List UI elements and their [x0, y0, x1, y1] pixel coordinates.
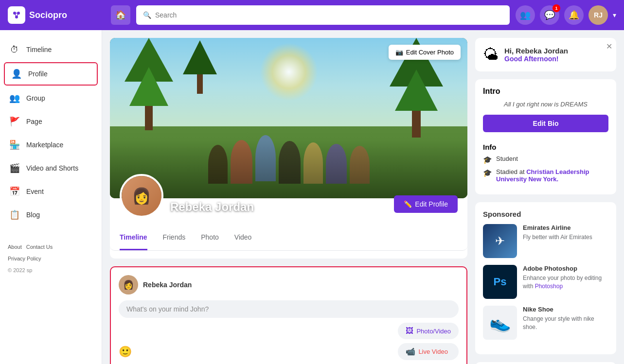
tab-timeline[interactable]: Timeline [120, 225, 147, 250]
content-area: 📷 Edit Cover Photo 👩 Rebeka Jordan ✏️ Ed… [102, 30, 624, 364]
search-input[interactable] [155, 11, 503, 19]
nike-info: Nike Shoe Change your style with nike sh… [523, 306, 608, 340]
sponsor-nike: 👟 Nike Shoe Change your style with nike … [483, 306, 608, 340]
sidebar-item-group[interactable]: 👥 Group [0, 87, 102, 110]
sidebar-item-profile[interactable]: 👤 Profile [4, 62, 98, 86]
tree-left [125, 38, 173, 130]
notification-button[interactable]: 🔔 [564, 5, 584, 25]
bell-icon: 🔔 [569, 10, 579, 20]
sun-glow [260, 43, 318, 101]
home-button[interactable]: 🏠 [111, 5, 130, 25]
edit-cover-button[interactable]: 📷 Edit Cover Photo [389, 45, 461, 60]
sponsored-card: Sponsored ✈ Emirates Airline Fly better … [475, 202, 616, 354]
greeting-close-button[interactable]: ✕ [606, 42, 612, 51]
sidebar-item-marketplace[interactable]: 🏪 Marketplace [0, 133, 102, 156]
university-icon: 🎓 [483, 169, 492, 177]
profile-icon: 👤 [10, 67, 23, 81]
tree-mid [183, 40, 217, 94]
nike-image: 👟 [483, 306, 517, 340]
profile-dropdown-button[interactable]: ▾ [613, 11, 616, 19]
chat-nav-button[interactable]: 💬 1 [540, 5, 559, 25]
profile-avatar-inner: 👩 [122, 176, 161, 216]
greeting-name: Hi, Rebeka Jordan [504, 47, 608, 55]
photoshop-link[interactable]: Photoshop [535, 283, 563, 290]
post-box-top: 👩 Rebeka Jordan [119, 275, 459, 295]
search-icon: 🔍 [143, 11, 151, 19]
greeting-icons: 🌤 [483, 46, 499, 64]
friends-nav-button[interactable]: 👥 [516, 5, 535, 25]
sidebar-item-timeline[interactable]: ⏱ Timeline [0, 38, 102, 61]
emirates-desc: Fly better with Air Emirates [523, 233, 592, 242]
sidebar-item-blog[interactable]: 📋 Blog [0, 203, 102, 226]
sponsor-emirates: ✈ Emirates Airline Fly better with Air E… [483, 224, 608, 258]
chat-icon: 💬 [544, 10, 555, 20]
sponsored-title: Sponsored [483, 210, 608, 218]
live-video-button[interactable]: 📹 Live Video [398, 343, 459, 360]
shoe-icon: 👟 [489, 312, 511, 333]
chevron-down-icon: ▾ [613, 11, 616, 19]
friends-icon: 👥 [520, 10, 531, 20]
emirates-name: Emirates Airline [523, 224, 592, 231]
plane-icon: ✈ [495, 234, 505, 248]
timeline-icon: ⏱ [8, 43, 21, 56]
footer-link-contact[interactable]: Contact Us [26, 244, 53, 250]
live-icon: 📹 [406, 347, 415, 356]
university-link[interactable]: Christian Leadership University New York… [496, 168, 589, 183]
post-box-bottom: 🙂 🖼 Photo/Video 📹 Live Video + More [119, 323, 459, 364]
photo-video-button[interactable]: 🖼 Photo/Video [398, 323, 459, 339]
page-icon: 🚩 [8, 115, 21, 128]
photoshop-info: Adobe Photoshop Enhance your photo by ed… [523, 265, 608, 299]
post-box: 👩 Rebeka Jordan What's on your mind John… [110, 266, 467, 364]
photo-icon: 🖼 [406, 327, 413, 335]
photoshop-image: Ps [483, 265, 517, 299]
sidebar-label-blog: Blog [26, 211, 40, 219]
nav-icons: 👥 💬 1 🔔 RJ ▾ [516, 5, 616, 25]
search-bar[interactable]: 🔍 [136, 5, 510, 25]
tab-photo[interactable]: Photo [201, 225, 219, 250]
sidebar-label-video-shorts: Video and Shorts [26, 164, 78, 172]
info-item-university: 🎓 Stadied at Christian Leadership Univer… [483, 168, 608, 183]
marketplace-icon: 🏪 [8, 138, 21, 152]
chat-badge: 1 [553, 4, 560, 12]
sidebar-label-page: Page [26, 118, 42, 125]
edit-profile-button[interactable]: ✏️ Edit Profile [394, 195, 458, 213]
intro-title: Intro [483, 87, 608, 96]
video-icon: 🎬 [8, 161, 21, 175]
profile-name: Rebeka Jordan [170, 200, 387, 214]
sidebar-footer: About Contact Us Privacy Policy © 2022 s… [0, 236, 102, 281]
sidebar-item-page[interactable]: 🚩 Page [0, 110, 102, 133]
profile-info-bar: 👩 Rebeka Jordan ✏️ Edit Profile [110, 174, 467, 225]
contacts-card: Contacts [475, 362, 616, 364]
profile-card: 📷 Edit Cover Photo 👩 Rebeka Jordan ✏️ Ed… [110, 38, 467, 259]
sidebar-item-video-shorts[interactable]: 🎬 Video and Shorts [0, 156, 102, 180]
emirates-info: Emirates Airline Fly better with Air Emi… [523, 224, 592, 258]
ps-icon: Ps [494, 276, 507, 288]
tab-friends[interactable]: Friends [163, 225, 186, 250]
group-icon: 👥 [8, 91, 21, 105]
university-text: Stadied at Christian Leadership Universi… [496, 168, 608, 183]
logo-area: Sociopro [8, 6, 105, 24]
profile-main: 📷 Edit Cover Photo 👩 Rebeka Jordan ✏️ Ed… [110, 38, 467, 364]
emoji-button[interactable]: 🙂 [119, 346, 132, 358]
student-label: Student [496, 155, 518, 162]
sidebar-label-event: Event [26, 188, 44, 195]
intro-quote: All I got right now is DREAMS [483, 101, 608, 108]
edit-bio-button[interactable]: Edit Bio [483, 115, 608, 132]
info-title: Info [483, 143, 608, 151]
footer-link-about[interactable]: About [8, 244, 22, 250]
sidebar-label-group: Group [26, 94, 45, 102]
info-section: Info 🎓 Student 🎓 Stadied at Christian Le… [483, 143, 608, 183]
info-item-student: 🎓 Student [483, 155, 608, 164]
tab-video[interactable]: Video [234, 225, 252, 250]
sidebar-label-marketplace: Marketplace [26, 141, 63, 149]
greeting-text: Hi, Rebeka Jordan Good Afternoon! [504, 47, 608, 63]
footer-link-privacy[interactable]: Privacy Policy [8, 256, 41, 261]
app-name: Sociopro [29, 10, 67, 20]
right-sidebar: 🌤 Hi, Rebeka Jordan Good Afternoon! ✕ In… [475, 38, 616, 364]
greeting-sub: Good Afternoon! [504, 55, 608, 63]
sidebar-item-event[interactable]: 📅 Event [0, 180, 102, 203]
post-input-placeholder[interactable]: What's on your mind John? [119, 300, 459, 318]
user-avatar[interactable]: RJ [588, 5, 608, 25]
logo-icon [8, 6, 25, 24]
sidebar: ⏱ Timeline 👤 Profile 👥 Group 🚩 Page 🏪 Ma… [0, 30, 102, 364]
